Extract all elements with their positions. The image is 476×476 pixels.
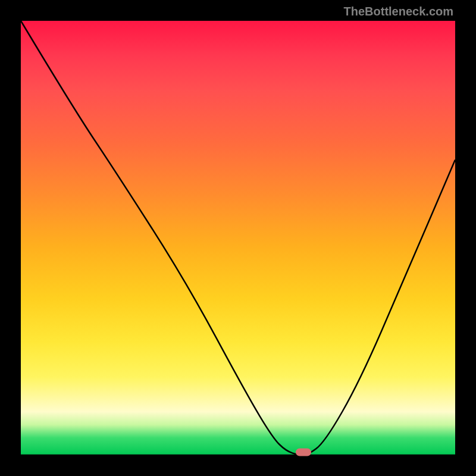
optimum-marker	[296, 448, 311, 456]
chart-container: TheBottleneck.com	[0, 0, 476, 476]
bottleneck-curve	[21, 21, 455, 455]
curve-svg	[21, 21, 455, 455]
watermark-text: TheBottleneck.com	[344, 5, 453, 18]
plot-area	[21, 21, 455, 455]
